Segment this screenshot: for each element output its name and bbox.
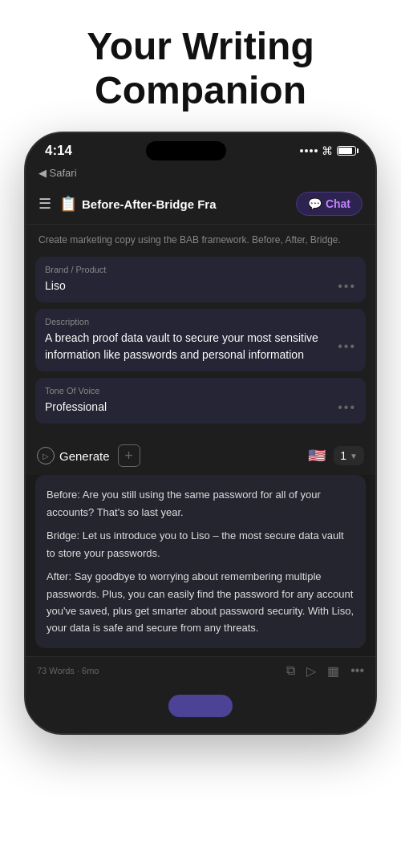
language-flag[interactable]: 🇺🇸 (308, 447, 326, 464)
brand-value: Liso (45, 278, 338, 294)
brand-label: Brand / Product (45, 265, 356, 274)
generate-bar: ▷ Generate + 🇺🇸 1 ▼ (26, 436, 375, 475)
tone-field[interactable]: Tone Of Voice Professional ••• (35, 378, 366, 424)
description-label: Description (45, 317, 356, 327)
hero-title: Your Writing Companion (71, 24, 330, 112)
chat-bubble-icon: 💬 (308, 197, 322, 210)
tone-value: Professional (45, 399, 338, 416)
tone-options-icon[interactable]: ••• (338, 400, 356, 415)
count-selector[interactable]: 1 ▼ (334, 446, 364, 465)
chevron-down-icon: ▼ (350, 452, 358, 460)
add-button[interactable]: + (118, 444, 140, 467)
bottom-actions: ⧉ ▷ ▦ ••• (286, 663, 364, 679)
word-count: 73 Words · 6mo (37, 666, 286, 675)
count-value: 1 (340, 449, 346, 462)
generate-label: Generate (59, 449, 110, 463)
status-icons: ⌘ (300, 144, 356, 157)
more-options-icon[interactable]: ••• (350, 663, 364, 678)
hint-button[interactable] (168, 695, 233, 717)
app-emoji: 📋 (59, 195, 77, 213)
audio-icon[interactable]: ▦ (327, 663, 339, 679)
brand-field[interactable]: Brand / Product Liso ••• (35, 257, 366, 302)
copy-icon[interactable]: ⧉ (286, 663, 295, 678)
safari-nav: ◀ Safari (26, 164, 375, 184)
tone-row: Professional ••• (45, 399, 356, 416)
tone-label: Tone Of Voice (45, 386, 356, 395)
before-text: Before: Are you still using the same pas… (47, 486, 354, 521)
wifi-icon: ⌘ (322, 144, 333, 157)
description-options-icon[interactable]: ••• (338, 339, 356, 354)
app-header: ☰ 📋 Before-After-Bridge Fra 💬 Chat (26, 184, 375, 225)
brand-options-icon[interactable]: ••• (338, 279, 356, 294)
bottom-hint (26, 685, 375, 733)
after-text: After: Say goodbye to worrying about rem… (47, 568, 354, 637)
app-title: Before-After-Bridge Fra (82, 197, 217, 211)
safari-back-button[interactable]: ◀ Safari (38, 167, 363, 179)
chat-button[interactable]: 💬 Chat (296, 192, 363, 216)
chat-label: Chat (326, 197, 350, 210)
battery-icon (337, 146, 356, 156)
notch (146, 141, 226, 160)
bridge-text: Bridge: Let us introduce you to Liso – t… (47, 527, 354, 562)
app-title-area: 📋 Before-After-Bridge Fra (59, 195, 296, 213)
status-bar: 4:14 ⌘ (26, 133, 375, 164)
brand-row: Liso ••• (45, 278, 356, 294)
phone-frame: 4:14 ⌘ ◀ Safari ☰ 📋 Before-After-Bridge … (24, 132, 377, 735)
status-time: 4:14 (45, 143, 72, 159)
description-field[interactable]: Description A breach proof data vault to… (35, 309, 366, 371)
description-value: A breach proof data vault to secure your… (45, 330, 338, 363)
play-icon: ▷ (37, 447, 55, 464)
generate-button[interactable]: ▷ Generate (37, 447, 110, 464)
output-text: Before: Are you still using the same pas… (47, 486, 354, 637)
bottom-bar: 73 Words · 6mo ⧉ ▷ ▦ ••• (26, 656, 375, 685)
menu-icon[interactable]: ☰ (38, 195, 51, 213)
forward-icon[interactable]: ▷ (306, 663, 316, 679)
output-area: Before: Are you still using the same pas… (35, 475, 366, 648)
form-area: Brand / Product Liso ••• Description A b… (26, 254, 375, 436)
signal-dots (300, 149, 318, 152)
framework-description: Create marketing copy using the BAB fram… (26, 225, 375, 254)
description-row: A breach proof data vault to secure your… (45, 330, 356, 363)
